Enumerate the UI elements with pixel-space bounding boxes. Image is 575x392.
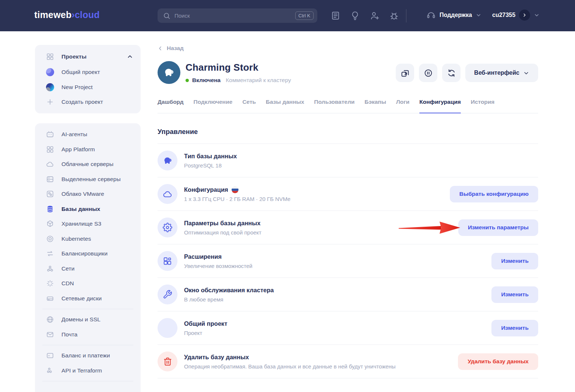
edit-extensions-button[interactable]: Изменить <box>491 253 538 269</box>
sidebar-divider <box>42 345 133 345</box>
wrench-icon <box>158 285 177 304</box>
lightbulb-icon[interactable] <box>350 11 360 21</box>
api-icon <box>46 367 54 375</box>
account-id: cu27355 <box>492 12 515 18</box>
web-interface-dropdown[interactable]: Веб-интерфейс <box>465 64 538 82</box>
row-project: Общий проект Проект Изменить <box>158 311 538 345</box>
card-icon <box>46 352 54 360</box>
tab-backups[interactable]: Бэкапы <box>364 99 386 113</box>
sidebar-item-networks[interactable]: Сети <box>35 261 141 276</box>
globe-icon <box>46 315 54 324</box>
sidebar-item-cdn[interactable]: CDN <box>35 276 141 291</box>
status-badge: Включена <box>192 77 221 84</box>
timeweb-cloud-logo[interactable]: timeweb›cloud <box>34 10 100 20</box>
pause-cluster-button[interactable] <box>419 64 437 82</box>
sidebar-item-create-project[interactable]: Создать проект <box>35 95 141 110</box>
news-icon[interactable] <box>331 11 341 21</box>
row-maintenance-window: Окно обслуживания кластера В любое время… <box>158 278 538 311</box>
row-database-type: Тип базы данных PostgreSQL 18 <box>158 144 538 177</box>
tab-logs[interactable]: Логи <box>396 99 409 113</box>
chevron-down-icon <box>523 70 529 76</box>
tab-databases[interactable]: Базы данных <box>266 99 304 113</box>
tab-connection[interactable]: Подключение <box>194 99 233 113</box>
sidebar-item-new-project[interactable]: New Project <box>35 80 141 95</box>
tab-network[interactable]: Сеть <box>242 99 256 113</box>
tab-dashboard[interactable]: Дашборд <box>158 99 184 113</box>
projects-card: Проекты Общий проект New Project Создать… <box>35 45 141 113</box>
restart-cluster-button[interactable] <box>442 64 461 82</box>
support-label: Поддержка <box>440 12 472 18</box>
sidebar-item-app-platform[interactable]: App Platform <box>35 142 141 157</box>
cloud-servers-icon <box>46 160 54 168</box>
clone-cluster-button[interactable] <box>396 64 414 82</box>
edit-parameters-button[interactable]: Изменить параметры <box>458 219 538 236</box>
cdn-icon <box>46 279 54 287</box>
sidebar-item-databases[interactable]: Базы данных <box>35 202 141 217</box>
project-sphere-icon <box>158 318 177 338</box>
account-menu[interactable]: cu27355 <box>492 10 540 21</box>
gear-icon <box>158 218 177 237</box>
sidebar-item-api-terraform[interactable]: API и Terraform <box>35 363 141 378</box>
chevron-up-icon[interactable] <box>127 53 133 60</box>
global-search[interactable]: Ctrl K <box>158 8 317 23</box>
clone-icon <box>401 68 410 78</box>
bug-report-icon[interactable] <box>389 11 399 21</box>
section-title: Управление <box>158 128 538 136</box>
cluster-avatar <box>158 61 180 84</box>
plus-icon <box>46 98 54 106</box>
cluster-comment-link[interactable]: Комментарий к кластеру <box>226 77 291 84</box>
chevron-down-icon <box>534 12 540 18</box>
support-menu[interactable]: Поддержка <box>426 10 481 20</box>
sidebar-item-cloud-servers[interactable]: Облачные серверы <box>35 157 141 172</box>
projects-grid-icon <box>46 53 54 61</box>
headset-icon <box>426 10 436 20</box>
postgres-elephant-icon <box>163 67 175 78</box>
sidebar-divider <box>42 381 133 381</box>
tab-configuration[interactable]: Конфигурация <box>419 99 461 113</box>
sidebar-item-mail[interactable]: Почта <box>35 327 141 342</box>
cloud-icon <box>158 184 177 204</box>
tab-users[interactable]: Пользователи <box>314 99 354 113</box>
search-shortcut-badge: Ctrl K <box>295 11 314 20</box>
status-dot <box>186 79 189 82</box>
row-configuration: Конфигурация 1 x 3.3 ГГц CPU · 2 ГБ RAM … <box>158 177 538 211</box>
services-menu-card: AI-агенты App Platform Облачные серверы … <box>35 123 141 392</box>
red-arrow-pointer <box>398 219 462 236</box>
restart-icon <box>447 68 456 78</box>
tab-history[interactable]: История <box>471 99 495 113</box>
network-disks-icon <box>46 294 54 303</box>
edit-maintenance-button[interactable]: Изменить <box>491 286 538 303</box>
select-configuration-button[interactable]: Выбрать конфигурацию <box>450 186 538 202</box>
sidebar-item-s3-storage[interactable]: Хранилище S3 <box>35 216 141 232</box>
header-divider <box>406 9 406 22</box>
sidebar-item-balancers[interactable]: Балансировщики <box>35 246 141 261</box>
s3-cube-icon <box>46 220 54 228</box>
delete-database-button[interactable]: Удалить базу данных <box>458 353 538 370</box>
sidebar-item-dedicated-servers[interactable]: Выделенные серверы <box>35 172 141 187</box>
row-delete-database: Удалить базу данных Операция необратимая… <box>158 345 538 378</box>
edit-project-button[interactable]: Изменить <box>491 320 538 336</box>
sidebar-item-vmware[interactable]: Облако VMware <box>35 187 141 202</box>
sidebar-item-network-disks[interactable]: Сетевые диски <box>35 291 141 306</box>
sidebar-projects-header[interactable]: Проекты <box>35 49 141 65</box>
sidebar-item-shared-project[interactable]: Общий проект <box>35 65 141 80</box>
cluster-tabs: Дашборд Подключение Сеть Базы данных Пол… <box>158 99 538 113</box>
invite-user-icon[interactable] <box>370 11 380 21</box>
account-expand-button[interactable] <box>519 10 530 21</box>
sidebar-item-kubernetes[interactable]: Kubernetes <box>35 232 141 247</box>
page-title: Charming Stork <box>186 62 291 73</box>
sidebar-item-ai-agents[interactable]: AI-агенты <box>35 127 141 142</box>
mail-icon <box>46 331 54 339</box>
database-icon <box>46 205 54 213</box>
extensions-icon <box>158 251 177 271</box>
russia-flag-icon <box>232 186 239 193</box>
search-input[interactable] <box>174 13 295 19</box>
trash-icon <box>158 352 177 371</box>
sidebar-item-balance[interactable]: Баланс и платежи <box>35 348 141 363</box>
back-link[interactable]: Назад <box>158 45 191 52</box>
sidebar-item-domains-ssl[interactable]: Домены и SSL <box>35 312 141 327</box>
dedicated-servers-icon <box>46 175 54 183</box>
management-list: Тип базы данных PostgreSQL 18 Конфигурац… <box>158 144 538 378</box>
row-db-parameters: Параметры базы данных Оптимизация под св… <box>158 211 538 244</box>
sidebar-divider <box>42 309 133 309</box>
